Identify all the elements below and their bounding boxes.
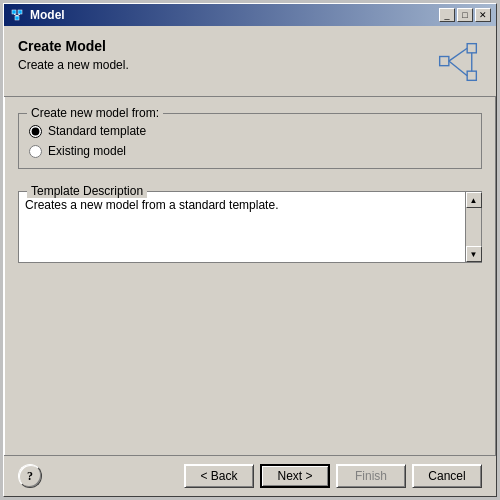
description-text: Creates a new model from a standard temp… [19, 192, 465, 262]
radio-existing-label: Existing model [48, 144, 126, 158]
header-section: Create Model Create a new model. [4, 26, 496, 97]
window: Model _ □ ✕ Create Model Create a new mo… [3, 3, 497, 497]
radio-standard-input[interactable] [29, 125, 42, 138]
radio-group: Standard template Existing model [29, 122, 471, 158]
footer-section: ? < Back Next > Finish Cancel [4, 455, 496, 496]
svg-rect-5 [440, 57, 449, 66]
header-title: Create Model [18, 38, 434, 54]
svg-rect-7 [467, 71, 476, 80]
finish-button: Finish [336, 464, 406, 488]
svg-line-9 [449, 61, 467, 76]
svg-line-8 [449, 48, 467, 61]
radio-existing-model[interactable]: Existing model [29, 144, 471, 158]
header-subtitle: Create a new model. [18, 58, 434, 72]
svg-rect-1 [18, 10, 22, 14]
create-group-label: Create new model from: [27, 106, 163, 120]
main-section: Create new model from: Standard template… [4, 97, 496, 455]
create-group-box: Create new model from: Standard template… [18, 113, 482, 169]
help-button[interactable]: ? [18, 464, 42, 488]
minimize-button[interactable]: _ [439, 8, 455, 22]
svg-rect-6 [467, 44, 476, 53]
close-button[interactable]: ✕ [475, 8, 491, 22]
svg-rect-2 [15, 16, 19, 20]
radio-standard-label: Standard template [48, 124, 146, 138]
description-group-label: Template Description [27, 184, 147, 198]
scroll-up-button[interactable]: ▲ [466, 192, 482, 208]
title-icon [9, 7, 25, 23]
description-group-box: Template Description Creates a new model… [18, 191, 482, 263]
radio-standard-template[interactable]: Standard template [29, 124, 471, 138]
description-scroll-area: Creates a new model from a standard temp… [19, 192, 481, 262]
footer-right: < Back Next > Finish Cancel [184, 464, 482, 488]
footer-left: ? [18, 464, 42, 488]
title-bar-controls: _ □ ✕ [439, 8, 491, 22]
next-button[interactable]: Next > [260, 464, 330, 488]
scroll-track [466, 208, 481, 246]
vertical-scrollbar[interactable]: ▲ ▼ [465, 192, 481, 262]
svg-rect-0 [12, 10, 16, 14]
svg-line-3 [14, 14, 17, 16]
scroll-down-button[interactable]: ▼ [466, 246, 482, 262]
cancel-button[interactable]: Cancel [412, 464, 482, 488]
radio-existing-input[interactable] [29, 145, 42, 158]
content-area: Create Model Create a new model. [4, 26, 496, 496]
title-bar-text: Model [9, 7, 65, 23]
window-title: Model [30, 8, 65, 22]
svg-line-4 [17, 14, 20, 16]
header-text: Create Model Create a new model. [18, 38, 434, 72]
maximize-button[interactable]: □ [457, 8, 473, 22]
network-icon [434, 38, 482, 86]
title-bar: Model _ □ ✕ [4, 4, 496, 26]
back-button[interactable]: < Back [184, 464, 254, 488]
